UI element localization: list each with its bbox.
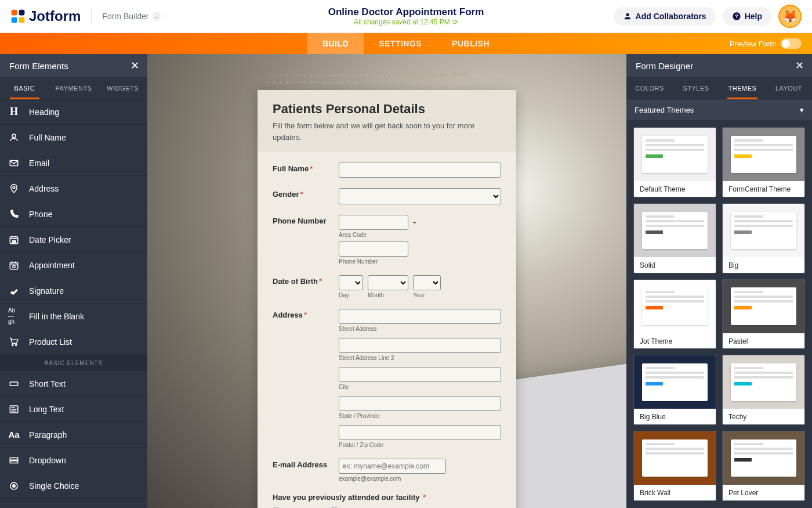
theme-jot-theme[interactable]: Jot Theme bbox=[633, 279, 716, 350]
element-dropdown[interactable]: Dropdown bbox=[0, 448, 147, 473]
add-logo-hint[interactable]: + ADD YOUR LOGO bbox=[267, 71, 507, 85]
element-phone[interactable]: Phone bbox=[0, 201, 147, 227]
sub-street: Street Address bbox=[339, 326, 501, 332]
mail-icon bbox=[8, 158, 20, 168]
tab-build[interactable]: BUILD bbox=[307, 33, 364, 54]
preview-form-toggle[interactable]: Preview Form bbox=[730, 38, 802, 49]
tab-payments[interactable]: PAYMENTS bbox=[49, 77, 99, 99]
input-city[interactable] bbox=[339, 367, 501, 382]
element-label: Paragraph bbox=[29, 430, 67, 439]
label-fullname: Full Name bbox=[273, 164, 309, 173]
theme-formcentral-theme[interactable]: FormCentral Theme bbox=[722, 127, 805, 197]
toggle-switch[interactable] bbox=[781, 38, 802, 49]
element-fill-in-the-blank[interactable]: Ab—ghFill in the Blank bbox=[0, 304, 147, 329]
input-areacode[interactable] bbox=[339, 215, 408, 230]
form-canvas[interactable]: + ADD YOUR LOGO Patients Personal Detail… bbox=[147, 54, 626, 508]
form-title-block: Online Doctor Appointment Form All chang… bbox=[328, 6, 484, 26]
element-product-list[interactable]: Product List bbox=[0, 329, 147, 355]
input-phonenumber[interactable] bbox=[339, 242, 408, 257]
app-header: Jotform Form Builder ⌄ Online Doctor App… bbox=[0, 0, 812, 33]
element-label: Appointment bbox=[29, 261, 75, 270]
theme-pet-lover[interactable]: Pet Lover bbox=[722, 431, 805, 501]
theme-brick-wall[interactable]: Brick Wall bbox=[633, 431, 716, 501]
theme-name-label: Techy bbox=[723, 409, 804, 425]
theme-techy[interactable]: Techy bbox=[722, 355, 805, 425]
theme-thumbnail bbox=[634, 204, 716, 257]
close-icon[interactable]: ✕ bbox=[130, 59, 139, 72]
svg-text:10: 10 bbox=[12, 239, 16, 243]
right-panel-header: Form Designer ✕ bbox=[626, 54, 812, 77]
avatar[interactable]: 🦊 bbox=[778, 5, 802, 28]
label-gender: Gender bbox=[273, 190, 299, 199]
close-icon[interactable]: ✕ bbox=[795, 59, 804, 72]
theme-name-label: Pet Lover bbox=[723, 485, 804, 501]
sub-email: example@example.com bbox=[339, 475, 501, 482]
theme-name-label: Default Theme bbox=[634, 181, 716, 197]
tab-colors[interactable]: COLORS bbox=[626, 77, 673, 99]
chevron-down-icon: ▾ bbox=[800, 106, 804, 114]
element-paragraph[interactable]: AaParagraph bbox=[0, 422, 147, 448]
element-long-text[interactable]: Long Text bbox=[0, 397, 147, 422]
element-short-text[interactable]: Short Text bbox=[0, 371, 147, 397]
theme-big[interactable]: Big bbox=[722, 203, 805, 273]
theme-thumbnail bbox=[723, 431, 804, 485]
para-icon: Aa bbox=[8, 430, 20, 439]
tab-widgets[interactable]: WIDGETS bbox=[98, 77, 147, 99]
divider bbox=[91, 8, 92, 24]
select-month[interactable] bbox=[368, 275, 408, 290]
tab-basic[interactable]: BASIC bbox=[0, 77, 49, 99]
element-signature[interactable]: Signature bbox=[0, 278, 147, 304]
theme-name-label: Big bbox=[723, 257, 804, 273]
element-full-name[interactable]: Full Name bbox=[0, 125, 147, 150]
theme-thumbnail bbox=[723, 355, 804, 409]
svg-point-15 bbox=[16, 344, 17, 345]
themes-dropdown[interactable]: Featured Themes ▾ bbox=[626, 99, 812, 120]
theme-default-theme[interactable]: Default Theme bbox=[633, 127, 716, 197]
page-title[interactable]: Online Doctor Appointment Form bbox=[328, 6, 484, 18]
appt-icon bbox=[8, 260, 20, 271]
element-address[interactable]: Address bbox=[0, 176, 147, 201]
form-builder-dropdown[interactable]: Form Builder ⌄ bbox=[102, 12, 161, 21]
tab-layout[interactable]: LAYOUT bbox=[766, 77, 812, 99]
theme-pastel[interactable]: Pastel bbox=[722, 279, 805, 350]
sub-street2: Street Address Line 2 bbox=[339, 355, 501, 361]
user-icon bbox=[8, 132, 20, 143]
element-date-picker[interactable]: 10Date Picker bbox=[0, 227, 147, 253]
date-icon: 10 bbox=[8, 235, 20, 245]
input-street[interactable] bbox=[339, 309, 501, 324]
theme-solid[interactable]: Solid bbox=[633, 203, 716, 273]
input-fullname[interactable] bbox=[339, 163, 501, 178]
element-appointment[interactable]: Appointment bbox=[0, 253, 147, 278]
tab-styles[interactable]: STYLES bbox=[673, 77, 719, 99]
main-tabs-bar: BUILD SETTINGS PUBLISH Preview Form bbox=[0, 33, 812, 54]
element-label: Signature bbox=[29, 286, 64, 296]
input-postal[interactable] bbox=[339, 425, 501, 440]
element-tabs: BASIC PAYMENTS WIDGETS bbox=[0, 77, 147, 99]
element-label: Long Text bbox=[29, 405, 64, 414]
element-email[interactable]: Email bbox=[0, 150, 147, 176]
theme-big-blue[interactable]: Big Blue bbox=[633, 355, 716, 425]
add-collaborators-button[interactable]: Add Collaborators bbox=[614, 7, 716, 26]
tab-themes[interactable]: THEMES bbox=[719, 77, 766, 99]
element-single-choice[interactable]: Single Choice bbox=[0, 473, 147, 499]
label-dob: Date of Birth bbox=[273, 277, 318, 286]
logo[interactable]: Jotform bbox=[10, 8, 81, 24]
form-preview[interactable]: Patients Personal Details Fill the form … bbox=[258, 90, 516, 508]
select-gender[interactable] bbox=[339, 188, 501, 204]
input-state[interactable] bbox=[339, 396, 501, 411]
element-heading[interactable]: HHeading bbox=[0, 99, 147, 125]
select-year[interactable] bbox=[413, 275, 441, 290]
theme-thumbnail bbox=[723, 280, 804, 333]
drop-icon bbox=[8, 455, 20, 466]
tab-publish[interactable]: PUBLISH bbox=[437, 33, 505, 54]
tab-settings[interactable]: SETTINGS bbox=[364, 33, 437, 54]
element-label: Email bbox=[29, 158, 49, 168]
input-street2[interactable] bbox=[339, 338, 501, 353]
input-email[interactable] bbox=[339, 459, 446, 474]
select-day[interactable] bbox=[339, 275, 363, 290]
help-button[interactable]: ? Help bbox=[723, 7, 771, 26]
svg-rect-1 bbox=[19, 10, 25, 16]
dropdown-label: Featured Themes bbox=[635, 106, 694, 114]
form-elements-panel: Form Elements ✕ BASIC PAYMENTS WIDGETS H… bbox=[0, 54, 147, 508]
form-designer-panel: Form Designer ✕ COLORS STYLES THEMES LAY… bbox=[626, 54, 812, 508]
